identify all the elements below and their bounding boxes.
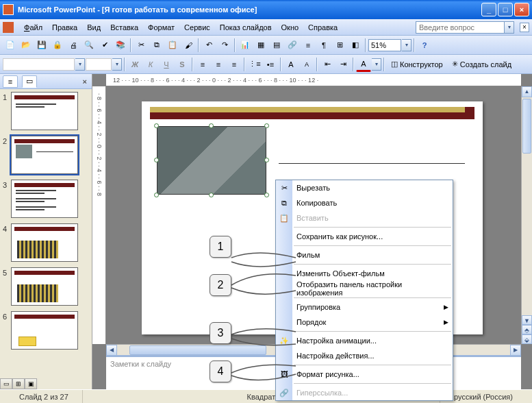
new-icon[interactable]: 📄 [3, 38, 18, 53]
movie-object[interactable] [157, 126, 266, 195]
selection-handle[interactable] [154, 193, 159, 197]
open-icon[interactable]: 📂 [18, 38, 34, 53]
bullets-icon[interactable]: •≡ [263, 57, 278, 72]
expand-all-icon[interactable]: ≡ [301, 38, 316, 53]
tables-borders-icon[interactable]: ▤ [269, 38, 284, 53]
align-center-icon[interactable]: ≡ [211, 57, 226, 72]
minimize-button[interactable]: _ [481, 3, 496, 16]
next-slide-button[interactable]: ⬙ [522, 334, 532, 344]
ctx-format-picture[interactable]: 🖼Формат рисунка... [276, 367, 453, 382]
font-name-box[interactable] [3, 58, 75, 71]
font-color-icon[interactable]: A [356, 57, 371, 72]
slide-thumbnails[interactable]: 1 2 3 4 5 6 [0, 89, 92, 389]
menu-window[interactable]: Окно [277, 21, 304, 34]
insert-hyperlink-icon[interactable]: 🔗 [285, 38, 300, 53]
ctx-save-as-picture[interactable]: Сохранить как рисунок... [276, 229, 453, 244]
menu-edit[interactable]: Правка [47, 21, 82, 34]
maximize-button[interactable]: □ [498, 3, 513, 16]
research-icon[interactable]: 📚 [113, 38, 128, 53]
scroll-down-button[interactable]: ▼ [522, 315, 532, 325]
slide-sorter-view-button[interactable]: ⊞ [12, 378, 25, 389]
slide-thumbnail-5[interactable] [11, 267, 78, 306]
selection-handle[interactable] [264, 158, 269, 162]
scroll-left-button[interactable]: ◀ [106, 345, 117, 356]
selection-handle[interactable] [209, 123, 214, 128]
new-slide-button[interactable]: ✳Создать слайд [448, 58, 516, 70]
font-size-box[interactable] [86, 58, 112, 71]
slideshow-view-button[interactable]: ▣ [25, 378, 37, 389]
ctx-custom-animation[interactable]: ✨Настройка анимации... [276, 333, 453, 348]
ask-a-question[interactable]: ▾ [416, 21, 514, 34]
show-grid-icon[interactable]: ⊞ [332, 38, 347, 53]
ctx-show-picture-toolbar[interactable]: Отобразить панель настройки изображения [276, 281, 453, 296]
ctx-order[interactable]: Порядок▶ [276, 315, 453, 330]
menu-tools[interactable]: Сервис [179, 21, 215, 34]
doc-close-button[interactable]: × [520, 23, 529, 32]
ask-input[interactable] [416, 21, 505, 34]
font-color-dropdown[interactable]: ▾ [372, 58, 381, 71]
prev-slide-button[interactable]: ⬘ [522, 325, 532, 334]
color-grayscale-icon[interactable]: ◧ [348, 38, 363, 53]
insert-chart-icon[interactable]: 📊 [238, 38, 253, 53]
slide-thumbnail-2[interactable] [11, 136, 78, 174]
spelling-icon[interactable]: ✔ [97, 38, 112, 53]
selection-handle[interactable] [264, 193, 269, 197]
increase-indent-icon[interactable]: ⇥ [335, 57, 351, 72]
ctx-copy[interactable]: ⧉Копировать [276, 195, 453, 210]
align-left-icon[interactable]: ≡ [195, 57, 210, 72]
normal-view-button[interactable]: ▭ [0, 378, 12, 389]
permission-icon[interactable]: 🔒 [50, 38, 65, 53]
slide-thumbnail-4[interactable] [11, 223, 78, 262]
scroll-right-button[interactable]: ▶ [510, 345, 521, 356]
underline-icon[interactable]: Ч [159, 57, 174, 72]
menu-help[interactable]: Справка [303, 21, 342, 34]
undo-icon[interactable]: ↶ [201, 38, 216, 53]
font-name-dropdown[interactable]: ▾ [75, 58, 85, 71]
selection-handle[interactable] [209, 193, 214, 197]
copy-icon[interactable]: ⧉ [149, 38, 164, 53]
save-icon[interactable]: 💾 [34, 38, 49, 53]
decrease-font-icon[interactable]: A [299, 57, 314, 72]
insert-table-icon[interactable]: ▦ [253, 38, 268, 53]
close-button[interactable]: × [514, 3, 529, 16]
selection-handle[interactable] [154, 123, 159, 128]
align-right-icon[interactable]: ≡ [227, 57, 242, 72]
cut-icon[interactable]: ✂ [134, 38, 149, 53]
ctx-edit-movie-object[interactable]: Изменить Объект-фильм [276, 266, 453, 281]
print-icon[interactable]: 🖨 [66, 38, 81, 53]
outline-tab[interactable]: ≡ [3, 75, 18, 88]
slide-thumbnail-6[interactable] [11, 311, 78, 350]
help-icon[interactable]: ? [417, 38, 432, 53]
slide-design-button[interactable]: ◫Конструктор [387, 58, 447, 70]
slides-tab[interactable]: ▭ [22, 75, 37, 88]
menu-view[interactable]: Вид [82, 21, 105, 34]
selection-handle[interactable] [264, 123, 269, 128]
menu-insert[interactable]: Вставка [105, 21, 143, 34]
zoom-box[interactable]: 51% [368, 39, 401, 51]
ctx-cut[interactable]: ✂Вырезать [276, 180, 453, 195]
vscroll-thumb[interactable] [522, 99, 531, 154]
shadow-icon[interactable]: S [175, 57, 190, 72]
close-pane-button[interactable]: × [81, 77, 89, 86]
paste-icon[interactable]: 📋 [165, 38, 180, 53]
ctx-action-settings[interactable]: Настройка действия... [276, 348, 453, 363]
menu-format[interactable]: Формат [143, 21, 179, 34]
print-preview-icon[interactable]: 🔍 [81, 38, 97, 53]
decrease-indent-icon[interactable]: ⇤ [320, 57, 335, 72]
scroll-up-button[interactable]: ▲ [522, 86, 532, 97]
bold-icon[interactable]: Ж [127, 57, 142, 72]
vertical-scrollbar[interactable]: ▲ ▼ ⬘ ⬙ [521, 86, 532, 344]
doc-system-icon[interactable] [3, 22, 14, 33]
redo-icon[interactable]: ↷ [217, 38, 232, 53]
italic-icon[interactable]: К [143, 57, 158, 72]
increase-font-icon[interactable]: A [283, 57, 299, 72]
format-painter-icon[interactable]: 🖌 [181, 38, 196, 53]
zoom-dropdown[interactable]: ▾ [402, 39, 411, 51]
ctx-movie[interactable]: Фильм [276, 247, 453, 262]
show-formatting-icon[interactable]: ¶ [316, 38, 331, 53]
numbering-icon[interactable]: ⋮≡ [247, 57, 262, 72]
menu-file[interactable]: Файл [19, 21, 47, 34]
slide-thumbnail-1[interactable] [11, 92, 78, 130]
selection-handle[interactable] [154, 158, 159, 162]
menu-slideshow[interactable]: Показ слайдов [215, 21, 277, 34]
